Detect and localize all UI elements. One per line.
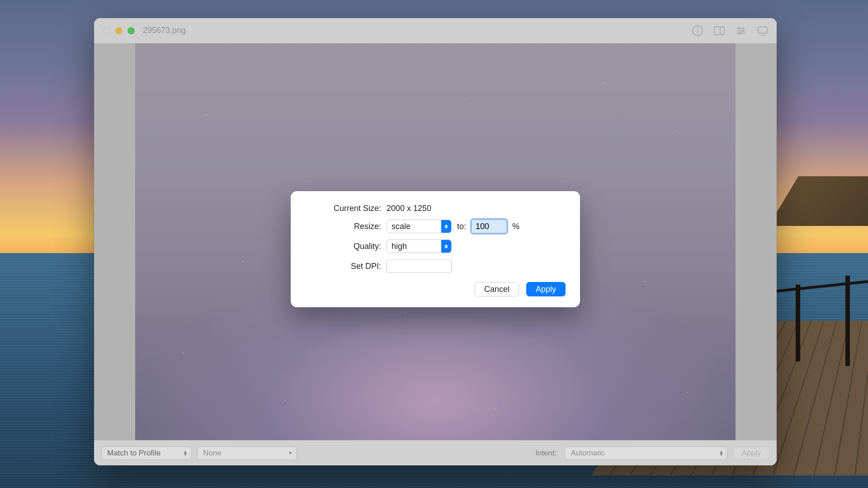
- cancel-button[interactable]: Cancel: [475, 282, 519, 296]
- svg-point-2: [697, 28, 698, 28]
- window-zoom-button[interactable]: [127, 27, 135, 34]
- traffic-lights: [103, 27, 135, 34]
- intent-value-label: Automatic: [571, 449, 605, 458]
- resize-unit: %: [512, 222, 519, 231]
- info-icon[interactable]: [692, 25, 703, 37]
- svg-point-8: [738, 27, 740, 29]
- svg-rect-11: [758, 27, 767, 33]
- match-profile-label: Match to Profile: [107, 449, 160, 458]
- sidebar-icon[interactable]: [713, 25, 725, 37]
- match-profile-select[interactable]: Match to Profile ▲▼: [101, 446, 192, 460]
- current-size-value: 2000 x 1250: [387, 204, 431, 213]
- window-title: 295673.png: [143, 26, 186, 35]
- current-size-label: Current Size:: [305, 204, 381, 213]
- desktop-pier-roof: [769, 176, 868, 226]
- quality-label: Quality:: [305, 242, 381, 251]
- svg-point-10: [739, 32, 741, 34]
- chevron-updown-icon: [441, 240, 451, 253]
- dpi-input[interactable]: [387, 259, 452, 273]
- quality-select[interactable]: high: [387, 239, 452, 253]
- toolbar-icons: [692, 18, 769, 43]
- window-close-button[interactable]: [103, 27, 110, 34]
- resize-label: Resize:: [305, 222, 381, 231]
- display-icon[interactable]: [757, 25, 769, 37]
- app-window: 295673.png Match to Profile ▲▼ None ▼ In…: [94, 18, 777, 465]
- profile-value-label: None: [203, 449, 222, 458]
- dpi-label: Set DPI:: [305, 262, 381, 271]
- apply-button[interactable]: Apply: [526, 282, 566, 296]
- svg-rect-3: [714, 27, 724, 34]
- bottom-bar: Match to Profile ▲▼ None ▼ Intent: Autom…: [94, 440, 777, 465]
- sliders-icon[interactable]: [735, 25, 747, 37]
- profile-value-select[interactable]: None ▼: [197, 446, 297, 460]
- resize-value-input[interactable]: [472, 220, 507, 233]
- chevron-updown-icon: [441, 220, 451, 233]
- resize-mode-value: scale: [392, 222, 410, 231]
- intent-select[interactable]: Automatic ▲▼: [565, 446, 727, 460]
- desktop-pier-post: [845, 276, 850, 366]
- to-label: to:: [457, 222, 466, 231]
- svg-point-9: [742, 29, 744, 31]
- bottombar-apply-button[interactable]: Apply: [733, 446, 769, 460]
- resize-mode-select[interactable]: scale: [387, 220, 452, 233]
- window-minimize-button[interactable]: [115, 27, 123, 34]
- desktop-pier-post: [796, 285, 800, 361]
- titlebar[interactable]: 295673.png: [94, 18, 777, 43]
- resize-dialog: Current Size: 2000 x 1250 Resize: scale …: [291, 191, 580, 307]
- intent-label: Intent:: [535, 449, 557, 458]
- quality-value: high: [392, 242, 407, 251]
